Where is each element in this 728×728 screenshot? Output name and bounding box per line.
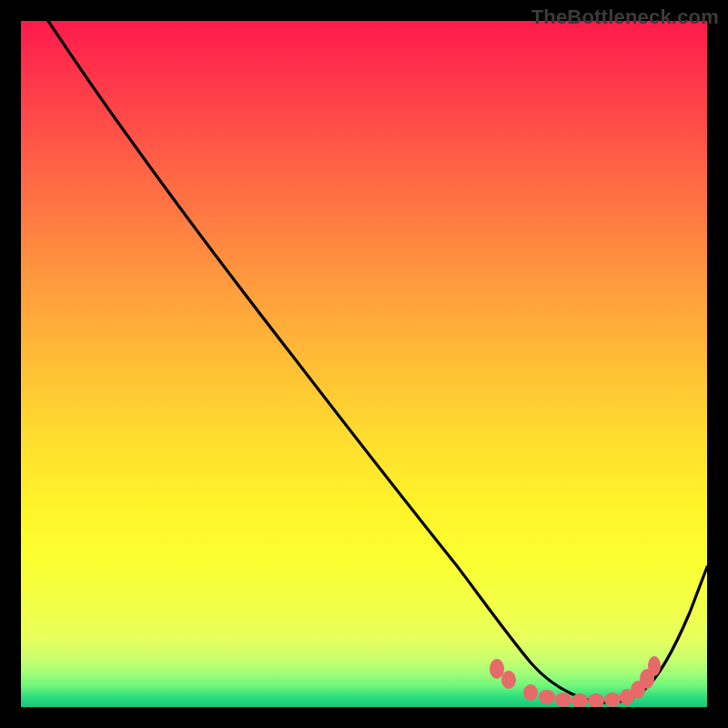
scatter-dots [490,656,661,707]
svg-point-4 [555,693,571,707]
svg-point-0 [490,659,504,679]
svg-point-2 [523,684,538,701]
chart-overlay [21,21,707,707]
plot-area [21,21,707,707]
svg-point-7 [604,693,621,707]
svg-point-6 [588,693,604,707]
bottleneck-curve [48,21,707,703]
chart-frame: TheBottleneck.com [0,0,728,728]
svg-point-11 [648,656,661,676]
svg-point-1 [501,671,516,689]
watermark-text: TheBottleneck.com [531,5,719,29]
svg-point-3 [539,690,555,704]
